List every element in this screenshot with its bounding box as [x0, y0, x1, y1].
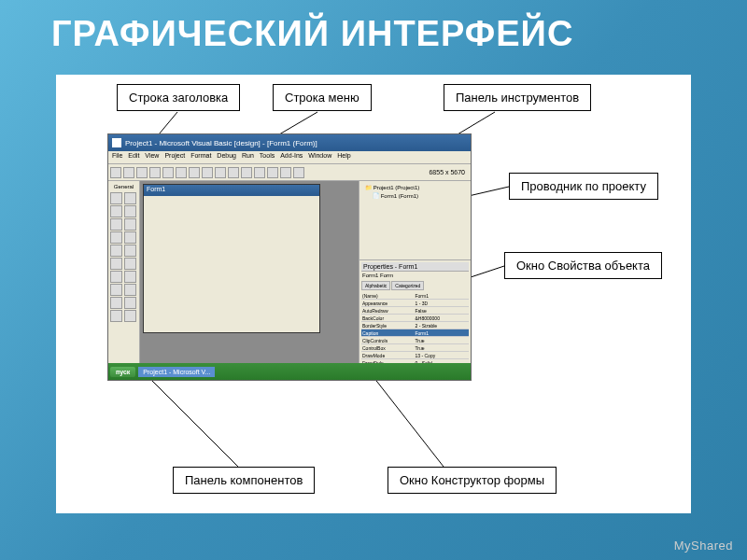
tool-option-icon[interactable]: [124, 231, 136, 244]
callout-titlebar: Строка заголовка: [117, 84, 240, 111]
project-tree-root[interactable]: 📁 Project1 (Project1): [361, 183, 469, 191]
properties-header: Properties - Form1: [361, 262, 469, 272]
tool-shape-icon[interactable]: [110, 297, 122, 309]
diagram-container: Строка заголовка Строка меню Панель инст…: [56, 75, 691, 513]
toolbox-grid: [110, 192, 137, 322]
toolbar-button[interactable]: [149, 167, 161, 178]
ide-menu-bar[interactable]: File Edit View Project Format Debug Run …: [108, 151, 471, 164]
menu-project[interactable]: Project: [164, 152, 185, 162]
menu-format[interactable]: Format: [190, 152, 211, 162]
taskbar-item[interactable]: Project1 - Microsoft V...: [138, 367, 215, 377]
properties-tabs: Alphabetic Categorized: [361, 281, 469, 290]
toolbar-button[interactable]: [215, 167, 226, 178]
toolbar-button[interactable]: [189, 167, 200, 178]
menu-view[interactable]: View: [145, 152, 159, 162]
property-row[interactable]: Appearance1 - 3D: [361, 300, 469, 307]
tool-listbox-icon[interactable]: [124, 245, 136, 257]
tool-drive-icon[interactable]: [124, 271, 136, 283]
tool-data-icon[interactable]: [124, 310, 136, 322]
tool-label-icon[interactable]: [110, 205, 122, 217]
project-explorer-panel: 📁 Project1 (Project1) 📄 Form1 (Form1): [359, 181, 471, 260]
tool-vscroll-icon[interactable]: [124, 258, 136, 270]
property-row[interactable]: BackColor&H8000000: [361, 315, 469, 322]
property-row[interactable]: BorderStyle2 - Sizable: [361, 322, 469, 329]
properties-object[interactable]: Form1 Form: [361, 272, 469, 279]
tool-checkbox-icon[interactable]: [110, 231, 122, 244]
tool-file-icon[interactable]: [124, 284, 136, 296]
window-title-text: Project1 - Microsoft Visual Basic [desig…: [125, 139, 317, 147]
toolbar-button[interactable]: [110, 167, 121, 178]
toolbar-button[interactable]: [176, 167, 187, 178]
ide-toolbar: 6855 x 5670: [108, 164, 471, 181]
properties-grid[interactable]: (Name)Form1 Appearance1 - 3D AutoRedrawF…: [361, 292, 469, 367]
start-button[interactable]: пуск: [110, 367, 135, 377]
toolbar-button[interactable]: [162, 167, 174, 178]
tool-dir-icon[interactable]: [110, 284, 122, 296]
tab-categorized[interactable]: Categorized: [391, 281, 424, 290]
watermark: MyShared: [674, 539, 733, 553]
tool-frame-icon[interactable]: [110, 218, 122, 231]
toolbar-button[interactable]: [293, 167, 304, 178]
menu-help[interactable]: Help: [337, 152, 350, 162]
toolbar-button[interactable]: [202, 167, 213, 178]
slide-title: ГРАФИЧЕСКИЙ ИНТЕРФЕЙС: [51, 14, 573, 54]
toolbox-panel: General: [108, 181, 140, 380]
callout-project-explorer: Проводник по проекту: [509, 173, 658, 200]
toolbar-button[interactable]: [241, 167, 252, 178]
menu-file[interactable]: File: [112, 152, 122, 162]
tool-pointer-icon[interactable]: [110, 192, 122, 204]
callout-menu: Строка меню: [273, 84, 372, 111]
properties-panel: Properties - Form1 Form1 Form Alphabetic…: [359, 260, 471, 380]
ide-window: Project1 - Microsoft Visual Basic [desig…: [107, 133, 472, 381]
ide-body: General: [108, 181, 471, 380]
tool-timer-icon[interactable]: [110, 271, 122, 283]
app-icon: [112, 138, 121, 147]
property-row[interactable]: ControlBoxTrue: [361, 344, 469, 352]
property-row[interactable]: ClipControlsTrue: [361, 337, 469, 344]
callout-toolbar: Панель инструментов: [444, 84, 591, 111]
project-tree-form[interactable]: 📄 Form1 (Form1): [361, 191, 469, 200]
ide-titlebar[interactable]: Project1 - Microsoft Visual Basic [desig…: [108, 134, 471, 151]
property-row[interactable]: (Name)Form1: [361, 292, 469, 300]
tool-button-icon[interactable]: [124, 218, 136, 231]
form-canvas[interactable]: [144, 196, 319, 332]
windows-taskbar[interactable]: пуск Project1 - Microsoft V...: [108, 363, 471, 380]
callout-designer: Окно Конструктор формы: [388, 467, 557, 494]
coordinates-display: 6855 x 5670: [429, 169, 469, 175]
tab-alphabetic[interactable]: Alphabetic: [361, 281, 390, 290]
form-titlebar[interactable]: Form1: [144, 185, 319, 196]
toolbar-button[interactable]: [280, 167, 291, 178]
callout-components: Панель компонентов: [173, 467, 315, 494]
menu-window[interactable]: Window: [308, 152, 331, 162]
right-panels: 📁 Project1 (Project1) 📄 Form1 (Form1) Pr…: [359, 181, 471, 380]
toolbar-button[interactable]: [136, 167, 148, 178]
menu-debug[interactable]: Debug: [217, 152, 236, 162]
property-row[interactable]: AutoRedrawFalse: [361, 307, 469, 315]
toolbar-button[interactable]: [228, 167, 239, 178]
callout-properties: Окно Свойства объекта: [504, 252, 662, 279]
tool-combobox-icon[interactable]: [110, 245, 122, 257]
form-window[interactable]: Form1: [143, 184, 320, 333]
menu-addins[interactable]: Add-Ins: [280, 152, 303, 162]
toolbar-button[interactable]: [267, 167, 278, 178]
tool-picturebox-icon[interactable]: [124, 192, 136, 204]
toolbar-button[interactable]: [123, 167, 134, 178]
tool-hscroll-icon[interactable]: [110, 258, 122, 270]
tool-line-icon[interactable]: [124, 297, 136, 309]
property-row[interactable]: CaptionForm1: [361, 329, 469, 337]
toolbox-title: General: [110, 183, 137, 190]
tool-image-icon[interactable]: [110, 310, 122, 322]
menu-run[interactable]: Run: [242, 152, 254, 162]
tool-textbox-icon[interactable]: [124, 205, 136, 217]
menu-edit[interactable]: Edit: [128, 152, 139, 162]
property-row[interactable]: DrawMode13 - Copy: [361, 352, 469, 359]
form-designer-area[interactable]: Form1: [140, 181, 359, 380]
menu-tools[interactable]: Tools: [260, 152, 275, 162]
toolbar-button[interactable]: [254, 167, 265, 178]
